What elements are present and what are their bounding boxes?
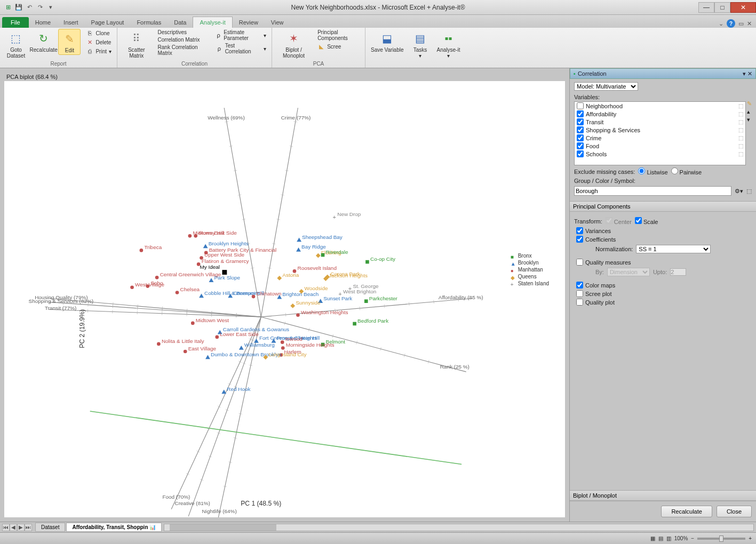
horizontal-scrollbar[interactable]	[164, 524, 754, 531]
model-select[interactable]: Model: Multivariate	[574, 82, 638, 91]
sheet-dataset[interactable]: Dataset	[35, 523, 65, 532]
view-page-icon[interactable]: ▤	[658, 535, 663, 541]
delete-button[interactable]: ✕Delete	[84, 38, 114, 46]
norm-select[interactable]: SS = 1	[636, 245, 711, 253]
close-button[interactable]: ✕	[730, 2, 756, 13]
rank-correlation-matrix-button[interactable]: Rank Correlation Matrix	[156, 44, 206, 57]
svg-point-175	[215, 335, 219, 339]
recalculate-button[interactable]: ↻Recalculate	[32, 29, 55, 54]
zoom-out-icon[interactable]: −	[691, 535, 694, 541]
variable-row[interactable]: Shopping & Services⬚	[575, 126, 745, 134]
svg-rect-201	[222, 270, 227, 275]
tab-home[interactable]: Home	[29, 17, 57, 28]
tab-insert[interactable]: Insert	[57, 17, 85, 28]
tab-data[interactable]: Data	[168, 17, 193, 28]
pairwise-radio[interactable]: Pairwise	[671, 167, 702, 175]
variable-row[interactable]: Affordability⬚	[575, 110, 745, 118]
svg-text:East Village: East Village	[188, 346, 217, 351]
print-button[interactable]: ⎙Print ▾	[84, 47, 114, 55]
svg-marker-195	[205, 355, 210, 359]
minimize-button[interactable]: —	[698, 2, 714, 13]
test-correlation-button[interactable]: ρTest Correlation ▾	[213, 42, 268, 55]
estimate-parameter-button[interactable]: ρEstimate Parameter ▾	[213, 29, 268, 42]
tab-view[interactable]: View	[265, 17, 290, 28]
group-clear-icon[interactable]: ⬚	[746, 188, 752, 195]
sheet-last-icon[interactable]: ⏭	[25, 524, 32, 531]
zoom-in-icon[interactable]: +	[749, 535, 752, 541]
recalculate-panel-button[interactable]: Recalculate	[661, 506, 712, 517]
svg-text:Nolita & Little Italy: Nolita & Little Italy	[162, 338, 204, 344]
biplot-monoplot-button[interactable]: ✶Biplot / Monoplot	[275, 29, 312, 60]
variances-checkbox[interactable]	[576, 227, 583, 234]
move-up-icon[interactable]: ▴	[747, 108, 752, 115]
variables-list[interactable]: Neighborhood⬚ Affordability⬚ Transit⬚ Sh…	[574, 101, 746, 165]
sheet-next-icon[interactable]: ▶	[17, 524, 25, 531]
pc-section-header[interactable]: Principal Components	[570, 201, 756, 212]
undo-icon[interactable]: ↶	[25, 3, 34, 12]
quality-checkbox[interactable]	[576, 259, 583, 266]
tab-review[interactable]: Review	[233, 17, 265, 28]
window-restore-icon[interactable]: ▭	[738, 20, 744, 27]
tab-page-layout[interactable]: Page Layout	[85, 17, 131, 28]
listwise-radio[interactable]: Listwise	[638, 167, 667, 175]
svg-text:Roosevelt Island: Roosevelt Island	[297, 265, 336, 271]
biplot-section-header[interactable]: Biplot / Monoplot	[570, 490, 756, 501]
svg-rect-127	[365, 260, 369, 264]
tab-formulas[interactable]: Formulas	[130, 17, 168, 28]
screeplot-checkbox[interactable]	[576, 290, 583, 297]
clone-button[interactable]: ⎘Clone	[84, 29, 114, 37]
variable-row[interactable]: Crime⬚	[575, 134, 745, 142]
tasks-button[interactable]: ▤Tasks▾	[409, 29, 432, 60]
tab-file[interactable]: File	[2, 17, 29, 28]
principal-components-button[interactable]: Principal Components	[315, 29, 362, 42]
center-checkbox[interactable]: Center	[606, 217, 632, 225]
group-picker-icon[interactable]: ⚙▾	[735, 188, 743, 195]
zoom-slider[interactable]	[697, 538, 745, 540]
variable-row[interactable]: Food⬚	[575, 142, 745, 150]
edit-variable-icon[interactable]: ✎	[747, 100, 752, 107]
group-pca-label: PCA	[272, 61, 365, 67]
svg-line-52	[285, 313, 286, 317]
analyse-it-button[interactable]: ▪▪Analyse-it▾	[435, 29, 463, 60]
colormaps-checkbox[interactable]	[576, 282, 583, 289]
ribbon-minimize-icon[interactable]: ⌄	[719, 20, 723, 27]
side-panel: ▪ Correlation ▾✕ Model: Multivariate Var…	[569, 68, 756, 522]
move-down-icon[interactable]: ▾	[747, 116, 752, 123]
panel-dropdown-icon[interactable]: ▾	[743, 70, 746, 77]
save-icon[interactable]: 💾	[14, 3, 23, 12]
qat-more-icon[interactable]: ▾	[46, 3, 55, 12]
goto-dataset-button[interactable]: ⬚Goto Dataset	[3, 29, 29, 60]
variable-row[interactable]: Neighborhood⬚	[575, 102, 745, 110]
scree-button[interactable]: ◣Scree	[315, 42, 362, 51]
scale-checkbox[interactable]: Scale	[635, 217, 658, 225]
help-icon[interactable]: ?	[727, 19, 735, 28]
variable-row[interactable]: Schools⬚	[575, 150, 745, 158]
sheet-affordability[interactable]: Affordability, Transit, Shoppin 📊	[66, 523, 162, 532]
correlation-icon: ▪	[574, 70, 576, 77]
scatter-matrix-button[interactable]: ⠿Scatter Matrix	[121, 29, 153, 60]
legend-item: +Staten Island	[511, 281, 549, 286]
zoom-level[interactable]: 100%	[674, 535, 688, 541]
correlation-matrix-button[interactable]: Correlation Matrix	[156, 36, 206, 43]
variable-row[interactable]: Transit⬚	[575, 118, 745, 126]
redo-icon[interactable]: ↷	[35, 3, 45, 12]
close-panel-button[interactable]: Close	[717, 506, 752, 517]
svg-text:Affordability (85 %): Affordability (85 %)	[439, 294, 483, 300]
inner-close-icon[interactable]: ✕	[747, 20, 752, 27]
save-variable-button[interactable]: ⬓Save Variable	[369, 29, 406, 54]
descriptives-button[interactable]: Descriptives	[156, 29, 206, 36]
view-break-icon[interactable]: ▥	[666, 535, 671, 541]
sheet-first-icon[interactable]: ⏮	[2, 524, 10, 531]
panel-close-icon[interactable]: ✕	[747, 70, 752, 77]
view-normal-icon[interactable]: ▦	[650, 535, 655, 541]
maximize-button[interactable]: □	[714, 2, 730, 13]
group-input[interactable]	[574, 186, 731, 196]
coefficients-checkbox[interactable]	[576, 236, 583, 243]
sheet-prev-icon[interactable]: ◀	[10, 524, 17, 531]
qualityplot-checkbox[interactable]	[576, 299, 583, 306]
plot-canvas[interactable]: Wellness (69%)Crime (77%)Housing Quality…	[4, 81, 565, 517]
tab-analyse-it[interactable]: Analyse-it	[193, 17, 232, 28]
edit-button[interactable]: ✎Edit	[58, 29, 81, 55]
svg-rect-121	[321, 253, 325, 257]
svg-text:Upper West Side: Upper West Side	[204, 252, 244, 258]
